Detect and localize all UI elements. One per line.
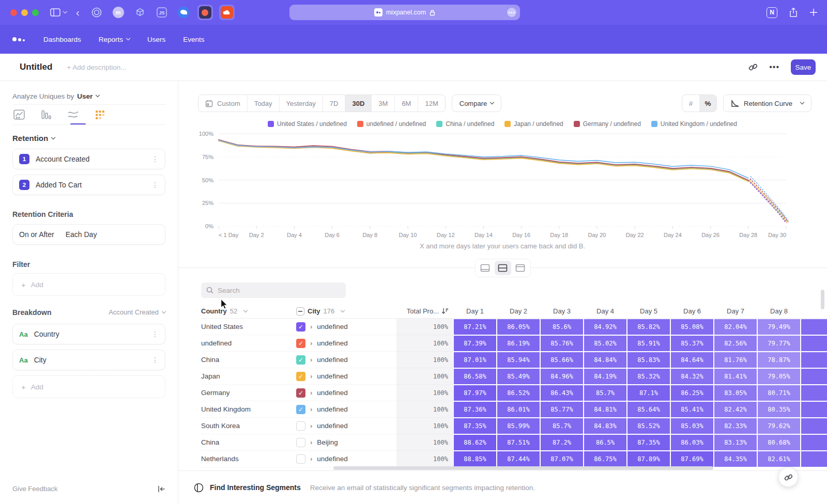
analyze-uniques-row[interactable]: Analyze Uniques by User (12, 88, 165, 104)
chart-only-view-button[interactable] (477, 261, 494, 275)
retention-cell[interactable]: 85.94% (497, 352, 540, 368)
day-column-header[interactable]: Day 1 (453, 307, 497, 315)
breakdown-card-country[interactable]: Aa Country ⋮ (12, 324, 165, 344)
range-7d[interactable]: 7D (323, 95, 345, 112)
retention-cell[interactable]: 86.01% (497, 402, 540, 417)
retention-cell[interactable]: 80.71% (758, 385, 800, 401)
kebab-menu-icon[interactable]: ⋮ (151, 155, 159, 163)
retention-cell[interactable]: 87.21% (454, 319, 496, 335)
expand-chevron-icon[interactable]: › (310, 323, 312, 330)
retention-cell[interactable]: 82.33% (714, 418, 757, 434)
share-icon[interactable] (789, 7, 798, 18)
new-tab-icon[interactable] (809, 8, 818, 17)
range-custom[interactable]: Custom (198, 95, 247, 112)
criteria-card[interactable]: On or After Each Day (12, 224, 165, 245)
back-button[interactable]: ‹ (76, 7, 80, 19)
range-yesterday[interactable]: Yesterday (279, 95, 323, 112)
retention-cell[interactable]: 88.85% (454, 451, 496, 467)
retention-cell[interactable]: 85.64% (627, 402, 670, 417)
ext-cube-icon[interactable] (132, 5, 148, 20)
page-settings-icon[interactable]: ••• (507, 8, 516, 17)
retention-cell[interactable]: 87.36% (454, 402, 496, 417)
retention-cell[interactable]: 85.03% (671, 418, 713, 434)
floating-share-button[interactable] (778, 467, 798, 487)
select-all-checkbox[interactable] (296, 307, 304, 316)
row-checkbox[interactable]: ✓ (296, 339, 305, 348)
retention-cell[interactable]: 87.39% (454, 336, 496, 351)
criteria-mode[interactable]: On or After (19, 230, 54, 239)
breakdown-card-city[interactable]: Aa City ⋮ (12, 350, 165, 370)
kebab-menu-icon[interactable]: ⋮ (151, 356, 159, 364)
nav-item-events[interactable]: Events (183, 36, 204, 43)
expand-chevron-icon[interactable]: › (310, 356, 312, 364)
chart-type-dropdown[interactable]: Retention Curve (723, 94, 811, 112)
retention-cell[interactable]: 86.52% (497, 385, 540, 401)
legend-item[interactable]: United Kingdom / undefined (651, 120, 737, 128)
range-today[interactable]: Today (247, 95, 279, 112)
retention-cell[interactable]: 83.05% (714, 385, 757, 401)
retention-cell[interactable]: 85.7% (541, 418, 583, 434)
tab-retention[interactable] (93, 110, 106, 120)
retention-cell[interactable]: 86.05% (497, 319, 540, 335)
country-column-header[interactable]: Country 52 (201, 307, 296, 315)
day-column-header[interactable]: Day 4 (584, 307, 627, 315)
range-6m[interactable]: 6M (394, 95, 418, 112)
nav-item-dashboards[interactable]: Dashboards (43, 36, 81, 43)
retention-cell[interactable]: 86.25% (671, 385, 713, 401)
criteria-interval[interactable]: Each Day (66, 230, 97, 239)
total-column-header[interactable]: Total Pro... (396, 307, 453, 315)
retention-cell[interactable]: 82.42% (714, 402, 757, 417)
find-segments-button[interactable]: Find Interesting Segments (194, 483, 301, 493)
kebab-menu-icon[interactable]: ⋮ (151, 330, 159, 338)
day-column-header[interactable]: Day 6 (670, 307, 714, 315)
retention-cell[interactable]: 85.99% (497, 418, 540, 434)
add-filter-button[interactable]: + Add (12, 273, 165, 296)
tab-insights[interactable] (12, 109, 26, 120)
expand-chevron-icon[interactable]: › (310, 405, 312, 413)
retention-cell[interactable]: 85.52% (627, 418, 670, 434)
unit-percent-button[interactable]: % (699, 95, 716, 112)
ext-js-icon[interactable]: JS (154, 5, 170, 20)
tab-flows[interactable] (66, 110, 80, 119)
ext-cloud-icon[interactable] (219, 5, 235, 20)
retention-cell[interactable]: 87.97% (454, 385, 496, 401)
retention-cell[interactable]: 85.91% (627, 336, 670, 351)
kebab-menu-icon[interactable]: ⋮ (151, 181, 159, 189)
table-search-input[interactable]: Search (201, 282, 346, 298)
retention-cell[interactable]: 84.92% (584, 319, 626, 335)
retention-cell[interactable]: 87.51% (497, 435, 540, 450)
day-column-header[interactable]: Day 8 (757, 307, 801, 315)
row-checkbox[interactable]: ✓ (296, 322, 305, 332)
range-30d[interactable]: 30D (345, 95, 371, 112)
expand-chevron-icon[interactable]: › (310, 389, 312, 397)
retention-cell[interactable]: 86.43% (541, 385, 583, 401)
retention-cell[interactable]: 86.19% (497, 336, 540, 351)
legend-item[interactable]: undefined / undefined (357, 120, 426, 128)
retention-cell[interactable]: 80.35% (758, 402, 800, 417)
split-view-button[interactable] (495, 261, 511, 275)
event-card-2[interactable]: 2 Added To Cart ⋮ (12, 175, 165, 195)
retention-cell[interactable]: 84.64% (671, 352, 713, 368)
more-options-button[interactable]: ••• (769, 62, 779, 72)
row-checkbox[interactable]: ✓ (296, 372, 305, 381)
retention-cell[interactable]: 79.62% (758, 418, 800, 434)
retention-cell[interactable]: 82.04% (714, 319, 757, 335)
retention-cell[interactable]: 87.89% (627, 451, 670, 467)
expand-chevron-icon[interactable]: › (310, 372, 312, 380)
sidebar-chevron-icon[interactable] (64, 11, 67, 14)
row-checkbox[interactable] (296, 454, 305, 464)
unit-count-button[interactable]: # (682, 95, 699, 112)
day-column-header[interactable]: Day 2 (497, 307, 540, 315)
retention-cell[interactable]: 79.05% (758, 369, 800, 384)
row-checkbox[interactable]: ✓ (296, 405, 305, 414)
day-column-header[interactable]: Day 3 (540, 307, 584, 315)
retention-cell[interactable]: 84.32% (671, 369, 713, 384)
retention-cell[interactable]: 79.77% (758, 336, 800, 351)
retention-cell[interactable]: 84.35% (714, 451, 757, 467)
retention-cell[interactable]: 86.03% (671, 435, 713, 450)
retention-cell[interactable]: 85.83% (627, 352, 670, 368)
report-description-placeholder[interactable]: + Add description... (67, 64, 126, 71)
retention-cell[interactable]: 88.62% (454, 435, 496, 450)
city-column-header[interactable]: City 176 (296, 307, 396, 316)
zoom-window-button[interactable] (32, 9, 39, 16)
